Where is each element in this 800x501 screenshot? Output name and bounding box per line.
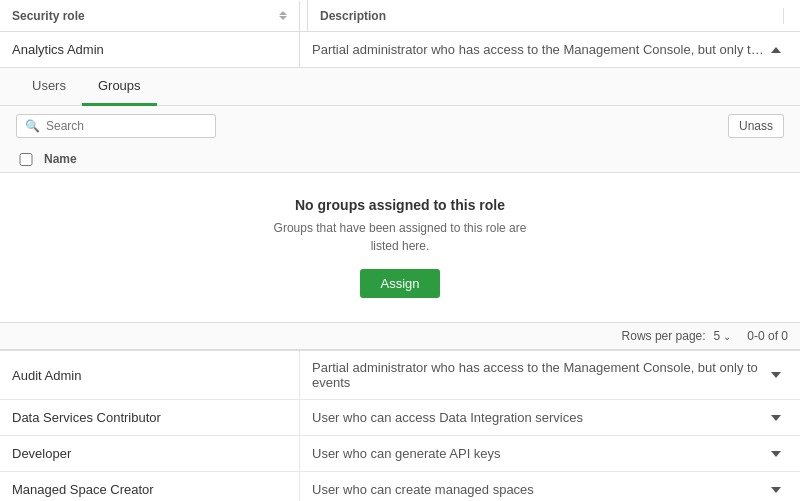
table-row: Managed Space Creator User who can creat… xyxy=(0,472,800,501)
empty-state: No groups assigned to this role Groups t… xyxy=(0,173,800,322)
search-box: 🔍 xyxy=(16,114,216,138)
role-name-cell: Developer xyxy=(0,436,300,471)
analytics-role-cell: Analytics Admin xyxy=(0,32,300,67)
role-desc: Partial administrator who has access to … xyxy=(312,360,764,390)
empty-desc-line2: listed here. xyxy=(371,239,430,253)
role-expand-btn[interactable] xyxy=(764,483,788,497)
panel-pagination: Rows per page: 5 ⌄ 0-0 of 0 xyxy=(0,322,800,349)
table-row: Developer User who can generate API keys xyxy=(0,436,800,472)
role-expand-btn[interactable] xyxy=(764,447,788,461)
role-desc-cell: User who can create managed spaces xyxy=(300,472,800,501)
analytics-role-name: Analytics Admin xyxy=(12,42,104,57)
assign-button[interactable]: Assign xyxy=(360,269,439,298)
role-name-cell: Data Services Contributor xyxy=(0,400,300,435)
analytics-admin-row: Analytics Admin Partial administrator wh… xyxy=(0,32,800,68)
tabs-container: Users Groups xyxy=(0,68,800,106)
role-desc-cell: User who can generate API keys xyxy=(300,436,800,471)
panel-rows-chevron: ⌄ xyxy=(723,331,731,342)
role-desc: User who can access Data Integration ser… xyxy=(312,410,583,425)
main-container: Security role Description Analytics Admi… xyxy=(0,0,800,501)
analytics-desc-text: Partial administrator who has access to … xyxy=(312,42,764,57)
expanded-panel: Users Groups 🔍 Unass Name No groups assi… xyxy=(0,68,800,351)
panel-count-range: 0-0 of 0 xyxy=(747,329,788,343)
table-row: Data Services Contributor User who can a… xyxy=(0,400,800,436)
panel-toolbar: 🔍 Unass xyxy=(0,106,800,146)
search-input[interactable] xyxy=(46,119,207,133)
col-desc-label: Description xyxy=(320,9,386,23)
tab-groups[interactable]: Groups xyxy=(82,68,157,106)
role-desc: User who can create managed spaces xyxy=(312,482,534,497)
col-role-label: Security role xyxy=(12,9,85,23)
panel-rows-select[interactable]: 5 ⌄ xyxy=(714,329,732,343)
empty-desc-line1: Groups that have been assigned to this r… xyxy=(274,221,527,235)
sort-role-icon[interactable] xyxy=(279,11,287,20)
role-name: Managed Space Creator xyxy=(12,482,154,497)
inner-table-header: Name xyxy=(0,146,800,173)
role-name: Data Services Contributor xyxy=(12,410,161,425)
table-row: Audit Admin Partial administrator who ha… xyxy=(0,351,800,400)
role-expand-btn[interactable] xyxy=(764,368,788,382)
chevron-down-icon xyxy=(771,415,781,421)
role-name: Audit Admin xyxy=(12,368,81,383)
roles-list: Audit Admin Partial administrator who ha… xyxy=(0,351,800,501)
select-all-checkbox[interactable] xyxy=(16,153,36,166)
panel-rows-label: Rows per page: xyxy=(622,329,706,343)
col-desc-header: Description xyxy=(308,0,800,32)
role-desc-cell: User who can access Data Integration ser… xyxy=(300,400,800,435)
chevron-down-icon xyxy=(771,451,781,457)
role-name-cell: Managed Space Creator xyxy=(0,472,300,501)
tab-users[interactable]: Users xyxy=(16,68,82,106)
role-expand-btn[interactable] xyxy=(764,411,788,425)
panel-rows-value: 5 xyxy=(714,329,721,343)
chevron-down-icon xyxy=(771,372,781,378)
name-col-header: Name xyxy=(44,152,77,166)
role-name: Developer xyxy=(12,446,71,461)
search-icon: 🔍 xyxy=(25,119,40,133)
table-header: Security role Description xyxy=(0,0,800,32)
col-role-header: Security role xyxy=(0,1,300,31)
analytics-desc-cell: Partial administrator who has access to … xyxy=(300,32,800,67)
role-desc: User who can generate API keys xyxy=(312,446,501,461)
analytics-collapse-btn[interactable] xyxy=(764,43,788,57)
role-name-cell: Audit Admin xyxy=(0,351,300,399)
unassign-button[interactable]: Unass xyxy=(728,114,784,138)
chevron-up-icon xyxy=(771,47,781,53)
role-desc-cell: Partial administrator who has access to … xyxy=(300,351,800,399)
empty-title: No groups assigned to this role xyxy=(295,197,505,213)
chevron-down-icon xyxy=(771,487,781,493)
empty-desc: Groups that have been assigned to this r… xyxy=(274,219,527,255)
